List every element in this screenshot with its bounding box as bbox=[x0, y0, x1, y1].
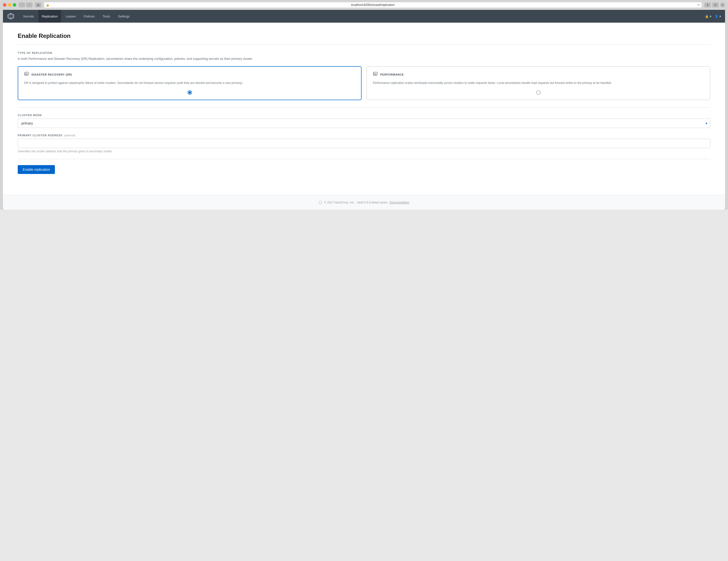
type-label: TYPE OF REPLICATION bbox=[18, 51, 710, 54]
hashicorp-logo: ⬡ bbox=[319, 200, 322, 205]
footer-version: Vault 0.9.0-beta1+prem bbox=[357, 201, 388, 204]
form-divider bbox=[18, 159, 710, 159]
cluster-mode-group: CLUSTER MODE primary secondary ▾ bbox=[18, 114, 710, 128]
pca-optional-text: (optional) bbox=[64, 134, 75, 137]
nav-item-tools[interactable]: Tools bbox=[99, 10, 113, 23]
primary-cluster-address-label: PRIMARY CLUSTER ADDRESS (optional) bbox=[18, 134, 710, 137]
performance-card[interactable]: PERFORMANCE Performance replication scal… bbox=[366, 66, 710, 100]
forward-button[interactable]: › bbox=[26, 2, 32, 7]
address-bar-container: 🔒 localhost:8200/ui/vault/replication ↻ bbox=[44, 2, 702, 8]
footer-docs-link[interactable]: Documentation bbox=[390, 201, 410, 204]
dr-radio-outer[interactable] bbox=[188, 90, 192, 95]
dr-card-description: DR is designed to protect against catast… bbox=[24, 81, 355, 85]
new-tab-button[interactable]: + bbox=[720, 2, 725, 7]
dr-card[interactable]: DISASTER RECOVERY (DR) DR is designed to… bbox=[18, 66, 362, 100]
nav-right: 🔒 ▾ 👤 ▾ bbox=[705, 15, 721, 18]
footer-copyright: © 2017 HashiCorp, Inc. bbox=[324, 201, 355, 204]
refresh-icon[interactable]: ↻ bbox=[697, 3, 700, 7]
vault-logo[interactable] bbox=[7, 12, 15, 20]
lock-nav-button[interactable]: 🔒 ▾ bbox=[705, 15, 712, 18]
traffic-lights[interactable] bbox=[3, 3, 16, 7]
performance-radio-outer[interactable] bbox=[536, 90, 541, 95]
performance-card-icon bbox=[373, 72, 378, 78]
nav-item-settings[interactable]: Settings bbox=[114, 10, 133, 23]
user-chevron: ▾ bbox=[719, 15, 721, 18]
minimize-button[interactable] bbox=[8, 3, 11, 7]
enable-replication-button[interactable]: Enable replication bbox=[18, 165, 55, 174]
back-button[interactable]: ‹ bbox=[19, 2, 25, 7]
cluster-mode-select-wrapper: primary secondary ▾ bbox=[18, 119, 710, 128]
performance-card-description: Performance replication scales workloads… bbox=[373, 81, 704, 85]
dr-icon-svg bbox=[24, 72, 29, 77]
sidebar-button[interactable]: ▤ bbox=[35, 2, 41, 7]
nav-items: Secrets Replication Leases Policies Tool… bbox=[20, 10, 133, 23]
dr-card-radio[interactable] bbox=[24, 90, 355, 95]
nav-item-replication[interactable]: Replication bbox=[38, 10, 61, 23]
title-divider bbox=[18, 44, 710, 45]
browser-actions: ⬆ ⧉ + bbox=[704, 2, 725, 7]
performance-card-title: PERFORMANCE bbox=[380, 73, 404, 76]
address-bar[interactable]: 🔒 localhost:8200/ui/vault/replication ↻ bbox=[44, 2, 702, 8]
dr-radio-inner bbox=[189, 91, 191, 94]
pca-label-text: PRIMARY CLUSTER ADDRESS bbox=[18, 134, 63, 137]
url-text: localhost:8200/ui/vault/replication bbox=[351, 3, 395, 7]
lock-icon: 🔒 bbox=[46, 3, 49, 7]
type-description: In both Performance and Disaster Recover… bbox=[18, 56, 710, 61]
performance-card-radio[interactable] bbox=[373, 90, 704, 95]
replication-cards: DISASTER RECOVERY (DR) DR is designed to… bbox=[18, 66, 710, 100]
nav-item-policies[interactable]: Policies bbox=[80, 10, 98, 23]
user-nav-button[interactable]: 👤 ▾ bbox=[714, 15, 721, 18]
share-button[interactable]: ⬆ bbox=[704, 2, 711, 7]
duplicate-button[interactable]: ⧉ bbox=[712, 2, 719, 7]
page-title: Enable Replication bbox=[18, 32, 710, 39]
vault-logo-svg bbox=[7, 13, 14, 20]
primary-cluster-address-hint: Overrides the cluster address that the p… bbox=[18, 150, 710, 153]
lock-chevron: ▾ bbox=[710, 15, 712, 18]
cluster-mode-select[interactable]: primary secondary bbox=[18, 119, 710, 128]
dr-card-title: DISASTER RECOVERY (DR) bbox=[32, 73, 72, 76]
nav-item-secrets[interactable]: Secrets bbox=[20, 10, 37, 23]
close-button[interactable] bbox=[3, 3, 6, 7]
fullscreen-button[interactable] bbox=[13, 3, 16, 7]
performance-card-header: PERFORMANCE bbox=[373, 72, 704, 78]
top-nav: Secrets Replication Leases Policies Tool… bbox=[3, 10, 725, 23]
dr-card-icon bbox=[24, 72, 29, 78]
dr-card-header: DISASTER RECOVERY (DR) bbox=[24, 72, 355, 78]
primary-cluster-address-group: PRIMARY CLUSTER ADDRESS (optional) Overr… bbox=[18, 134, 710, 153]
nav-buttons: ‹ › bbox=[19, 2, 32, 7]
primary-cluster-address-input[interactable] bbox=[18, 139, 710, 148]
main-content: Enable Replication TYPE OF REPLICATION I… bbox=[3, 23, 725, 195]
performance-icon-svg bbox=[373, 72, 378, 77]
cluster-mode-label: CLUSTER MODE bbox=[18, 114, 710, 117]
type-of-replication-section: TYPE OF REPLICATION In both Performance … bbox=[18, 51, 710, 100]
footer: ⬡ © 2017 HashiCorp, Inc. Vault 0.9.0-bet… bbox=[3, 195, 725, 210]
nav-item-leases[interactable]: Leases bbox=[62, 10, 79, 23]
